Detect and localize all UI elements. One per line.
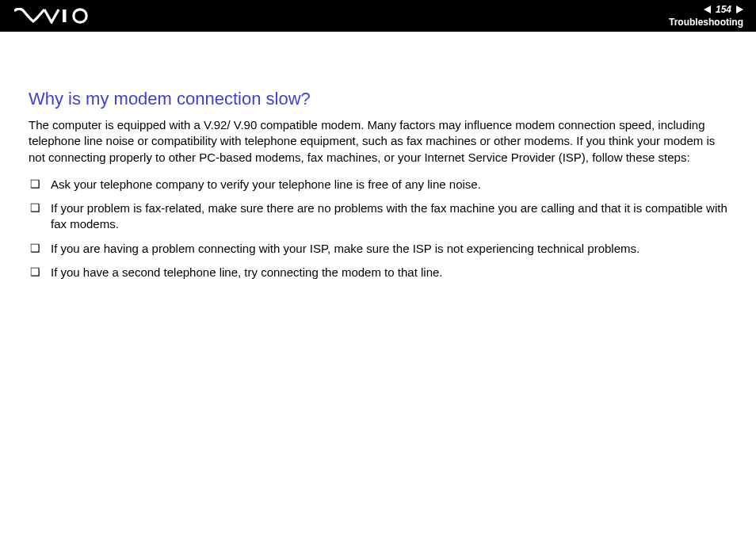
page-next-icon[interactable] <box>736 6 743 13</box>
list-item: If you are having a problem connecting w… <box>29 241 727 257</box>
page-title: Why is my modem connection slow? <box>29 89 727 109</box>
list-item: If you have a second telephone line, try… <box>29 265 727 280</box>
svg-point-1 <box>74 10 86 22</box>
content-area: Why is my modem connection slow? The com… <box>0 32 756 280</box>
intro-paragraph: The computer is equipped with a V.92/ V.… <box>29 117 727 166</box>
page-nav: 154 <box>704 4 743 15</box>
svg-rect-0 <box>63 10 67 22</box>
page-prev-icon[interactable] <box>704 6 711 13</box>
header-right: 154 Troubleshooting <box>669 4 743 28</box>
list-item: Ask your telephone company to verify you… <box>29 177 727 193</box>
page-number: 154 <box>716 4 731 15</box>
header-bar: 154 Troubleshooting <box>0 0 756 32</box>
steps-list: Ask your telephone company to verify you… <box>29 177 727 280</box>
vaio-logo <box>14 0 90 32</box>
section-label: Troubleshooting <box>669 17 743 28</box>
list-item: If your problem is fax-related, make sur… <box>29 200 727 233</box>
